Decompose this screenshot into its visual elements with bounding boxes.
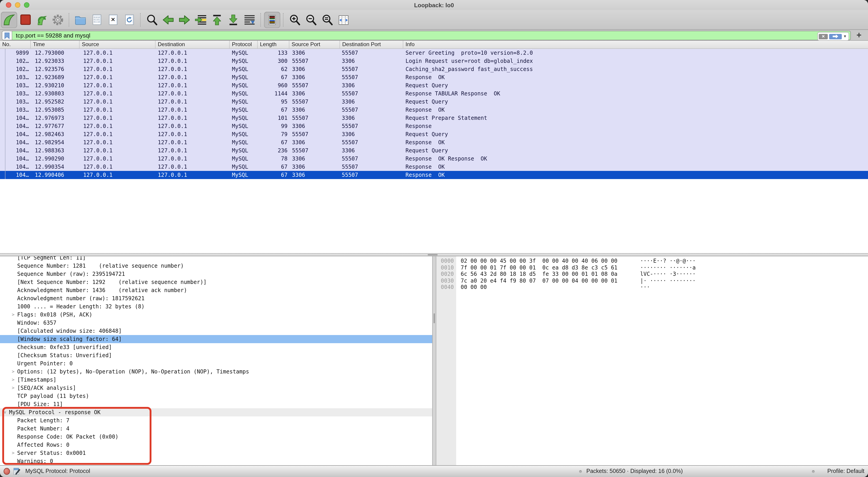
toolbar-capture-options-button[interactable] xyxy=(50,11,66,28)
chevron-down-icon[interactable]: > xyxy=(1,410,9,415)
chevron-right-icon[interactable]: > xyxy=(10,310,16,319)
filter-clear-button[interactable]: × xyxy=(819,34,828,39)
toolbar-zoom-out-button[interactable] xyxy=(303,11,319,28)
vertical-splitter[interactable] xyxy=(432,256,436,465)
packet-row[interactable]: 103…12.952582127.0.0.1127.0.0.1MySQL9555… xyxy=(0,98,868,106)
expert-info-icon[interactable] xyxy=(4,468,10,475)
packet-row[interactable]: 989912.793000127.0.0.1127.0.0.1MySQL1333… xyxy=(0,49,868,57)
detail-line[interactable]: Checksum: 0xfe33 [unverified] xyxy=(0,343,432,351)
toolbar-open-file-button[interactable] xyxy=(72,11,89,28)
toolbar-restart-capture-button[interactable] xyxy=(33,11,50,28)
toolbar-stop-capture-button[interactable] xyxy=(17,11,33,28)
toolbar-zoom-in-button[interactable] xyxy=(287,11,303,28)
packet-detail-pane[interactable]: [TCP Segment Len: 11]Sequence Number: 12… xyxy=(0,256,432,465)
toolbar-save-file-button[interactable]: 010100110101110 xyxy=(89,11,105,28)
toolbar-go-last-button[interactable] xyxy=(225,11,241,28)
packet-row[interactable]: 103…12.930210127.0.0.1127.0.0.1MySQL9605… xyxy=(0,81,868,90)
filter-add-button[interactable]: + xyxy=(854,30,864,41)
packet-row[interactable]: 104…12.976973127.0.0.1127.0.0.1MySQL1015… xyxy=(0,114,868,122)
column-header-destination-port[interactable]: Destination Port xyxy=(340,41,403,49)
packet-row[interactable]: 102…12.923033127.0.0.1127.0.0.1MySQL3005… xyxy=(0,57,868,65)
column-header-info[interactable]: Info xyxy=(403,41,868,49)
horizontal-splitter[interactable] xyxy=(0,253,868,256)
detail-line[interactable]: Packet Number: 4 xyxy=(0,424,432,433)
column-header-no[interactable]: No. xyxy=(0,41,31,49)
packet-row[interactable]: 104…12.982463127.0.0.1127.0.0.1MySQL7955… xyxy=(0,130,868,138)
column-header-length[interactable]: Length xyxy=(258,41,289,49)
column-header-source-port[interactable]: Source Port xyxy=(289,41,340,49)
packet-cell: 12.982463 xyxy=(31,130,80,138)
detail-line[interactable]: Packet Length: 7 xyxy=(0,416,432,424)
packet-row[interactable]: 103…12.953085127.0.0.1127.0.0.1MySQL6733… xyxy=(0,106,868,114)
toolbar-zoom-original-button[interactable] xyxy=(319,11,336,28)
column-header-protocol[interactable]: Protocol xyxy=(230,41,258,49)
toolbar-resize-columns-button[interactable] xyxy=(336,11,352,28)
detail-line[interactable]: Window: 6357 xyxy=(0,319,432,327)
toolbar-go-to-packet-button[interactable] xyxy=(193,11,209,28)
packet-row[interactable]: 102…12.923576127.0.0.1127.0.0.1MySQL6233… xyxy=(0,65,868,73)
packet-list[interactable]: 989912.793000127.0.0.1127.0.0.1MySQL1333… xyxy=(0,49,868,253)
toolbar-go-first-button[interactable] xyxy=(209,11,225,28)
detail-line[interactable]: Acknowledgment number (raw): 1817592621 xyxy=(0,294,432,302)
column-header-source[interactable]: Source xyxy=(80,41,156,49)
packet-row[interactable]: 104…12.990290127.0.0.1127.0.0.1MySQL7833… xyxy=(0,155,868,163)
chevron-right-icon[interactable]: > xyxy=(10,376,16,384)
detail-line[interactable]: [Window size scaling factor: 64] xyxy=(0,335,432,343)
packet-row[interactable]: 103…12.923689127.0.0.1127.0.0.1MySQL6733… xyxy=(0,73,868,81)
detail-line[interactable]: [TCP Segment Len: 11] xyxy=(0,256,432,262)
filter-bookmark-button[interactable] xyxy=(2,31,12,40)
hex-row[interactable]: 00107f 00 00 01 7f 00 00 01 0c ea d8 d3 … xyxy=(436,264,868,271)
toolbar-go-back-button[interactable] xyxy=(160,11,176,28)
detail-line[interactable]: >Server Status: 0x0001 xyxy=(0,449,432,457)
detail-line[interactable]: Sequence Number: 1281 (relative sequence… xyxy=(0,262,432,270)
capture-comment-icon[interactable] xyxy=(13,468,20,477)
toolbar-colorize-packets-button[interactable] xyxy=(264,11,280,28)
detail-line[interactable]: >MySQL Protocol - response OK xyxy=(0,408,432,416)
column-header-destination[interactable]: Destination xyxy=(156,41,230,49)
hex-row[interactable]: 004000 00 00··· xyxy=(436,284,868,291)
detail-line[interactable]: >Options: (12 bytes), No-Operation (NOP)… xyxy=(0,367,432,376)
toolbar-close-file-button[interactable]: × xyxy=(105,11,121,28)
column-header-time[interactable]: Time xyxy=(31,41,80,49)
detail-line[interactable]: Response Code: OK Packet (0x00) xyxy=(0,433,432,441)
filter-apply-button[interactable] xyxy=(829,34,842,39)
packet-row[interactable]: 104…12.990354127.0.0.1127.0.0.1MySQL6733… xyxy=(0,163,868,171)
packet-cell: 9899 xyxy=(0,49,31,57)
packet-row[interactable]: 104…12.982954127.0.0.1127.0.0.1MySQL6733… xyxy=(0,138,868,147)
detail-line[interactable]: >[SEQ/ACK analysis] xyxy=(0,384,432,392)
display-filter-input[interactable]: tcp.port == 59288 and mysql × ▼ xyxy=(2,31,851,40)
hex-row[interactable]: 00307c a0 20 e4 f4 f9 80 07 07 00 00 04 … xyxy=(436,277,868,284)
detail-line[interactable]: Acknowledgment Number: 1436 (relative ac… xyxy=(0,286,432,294)
title-bar[interactable]: Loopback: lo0 xyxy=(0,0,868,10)
packet-row[interactable]: 104…12.988363127.0.0.1127.0.0.1MySQL2365… xyxy=(0,147,868,155)
packet-row[interactable]: 104…12.990406127.0.0.1127.0.0.1MySQL6733… xyxy=(0,171,868,179)
detail-line[interactable]: Warnings: 0 xyxy=(0,457,432,465)
toolbar-go-forward-button[interactable] xyxy=(176,11,193,28)
detail-line[interactable]: >[Timestamps] xyxy=(0,376,432,384)
detail-line[interactable]: Urgent Pointer: 0 xyxy=(0,359,432,367)
detail-line[interactable]: Sequence Number (raw): 2395194721 xyxy=(0,270,432,278)
detail-line[interactable]: Affected Rows: 0 xyxy=(0,441,432,449)
toolbar-auto-scroll-button[interactable] xyxy=(241,11,258,28)
toolbar-find-packet-button[interactable] xyxy=(144,11,160,28)
detail-line[interactable]: [Checksum Status: Unverified] xyxy=(0,351,432,359)
detail-line[interactable]: [Calculated window size: 406848] xyxy=(0,327,432,335)
detail-line[interactable]: [PDU Size: 11] xyxy=(0,400,432,408)
hex-row[interactable]: 000002 00 00 00 45 00 00 3f 00 00 40 00 … xyxy=(436,258,868,264)
filter-dropdown-arrow[interactable]: ▼ xyxy=(843,34,847,38)
packet-cell: Response OK xyxy=(403,171,868,179)
detail-line[interactable]: 1000 .... = Header Length: 32 bytes (8) xyxy=(0,302,432,310)
detail-line[interactable]: >Flags: 0x018 (PSH, ACK) xyxy=(0,310,432,319)
detail-line[interactable]: [Next Sequence Number: 1292 (relative se… xyxy=(0,278,432,286)
toolbar-start-capture-button[interactable] xyxy=(1,11,17,28)
chevron-right-icon[interactable]: > xyxy=(10,449,16,457)
hex-row[interactable]: 00206c 56 43 2d 80 18 18 d5 fe 33 00 00 … xyxy=(436,271,868,277)
packet-bytes-pane[interactable]: 000002 00 00 00 45 00 00 3f 00 00 40 00 … xyxy=(436,256,868,465)
chevron-right-icon[interactable]: > xyxy=(10,367,16,376)
packet-row[interactable]: 103…12.930803127.0.0.1127.0.0.1MySQL1144… xyxy=(0,90,868,98)
chevron-right-icon[interactable]: > xyxy=(10,384,16,392)
packet-row[interactable]: 104…12.977677127.0.0.1127.0.0.1MySQL9933… xyxy=(0,122,868,130)
detail-line[interactable]: TCP payload (11 bytes) xyxy=(0,392,432,400)
toolbar-reload-file-button[interactable] xyxy=(121,11,137,28)
statusbar-profile-text[interactable]: Profile: Default xyxy=(827,466,864,477)
